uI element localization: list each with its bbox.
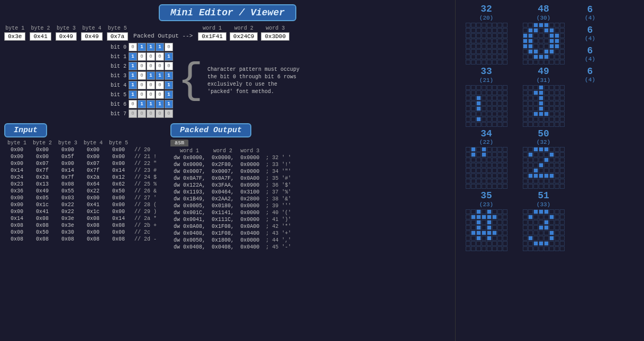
pixel-cell[interactable] xyxy=(492,168,497,173)
pixel-cell[interactable] xyxy=(503,117,507,122)
pixel-cell[interactable] xyxy=(523,28,528,33)
pixel-cell[interactable] xyxy=(503,96,507,100)
pixel-cell[interactable] xyxy=(482,158,486,162)
pixel-cell[interactable] xyxy=(492,44,497,49)
pixel-cell[interactable] xyxy=(533,23,538,27)
pixel-cell[interactable] xyxy=(471,231,476,235)
pixel-cell[interactable] xyxy=(555,225,559,230)
pixel-cell[interactable] xyxy=(466,33,470,38)
pixel-cell[interactable] xyxy=(533,90,538,95)
pixel-cell[interactable] xyxy=(476,179,481,183)
pixel-cell[interactable] xyxy=(476,168,481,173)
pixel-cell[interactable] xyxy=(533,85,538,90)
pixel-cell[interactable] xyxy=(503,246,507,251)
pixel-cell[interactable] xyxy=(471,184,476,189)
pixel-cell[interactable] xyxy=(544,168,549,173)
pixel-cell[interactable] xyxy=(533,209,538,214)
pixel-cell[interactable] xyxy=(497,241,502,246)
bit-cell[interactable]: 1 xyxy=(156,100,164,108)
pixel-cell[interactable] xyxy=(523,231,528,235)
pixel-cell[interactable] xyxy=(544,117,549,122)
pixel-cell[interactable] xyxy=(503,168,507,173)
pixel-cell[interactable] xyxy=(528,163,533,168)
pixel-cell[interactable] xyxy=(503,101,507,106)
pixel-cell[interactable] xyxy=(487,241,492,246)
pixel-cell[interactable] xyxy=(466,101,470,106)
bit-cell[interactable]: 1 xyxy=(147,100,155,108)
pixel-cell[interactable] xyxy=(523,241,528,246)
pixel-cell[interactable] xyxy=(549,90,554,95)
pixel-cell[interactable] xyxy=(533,220,538,225)
pixel-cell[interactable] xyxy=(555,158,559,162)
pixel-cell[interactable] xyxy=(539,231,543,235)
pixel-cell[interactable] xyxy=(560,241,565,246)
pixel-cell[interactable] xyxy=(539,106,543,111)
pixel-cell[interactable] xyxy=(560,184,565,189)
pixel-cell[interactable] xyxy=(482,225,486,230)
pixel-cell[interactable] xyxy=(487,106,492,111)
pixel-cell[interactable] xyxy=(482,152,486,157)
pixel-cell[interactable] xyxy=(549,23,554,27)
pixel-cell[interactable] xyxy=(555,209,559,214)
pixel-cell[interactable] xyxy=(497,147,502,152)
pixel-cell[interactable] xyxy=(549,220,554,225)
pixel-cell[interactable] xyxy=(503,236,507,241)
pixel-grid[interactable] xyxy=(523,209,565,251)
pixel-cell[interactable] xyxy=(560,54,565,59)
pixel-cell[interactable] xyxy=(487,236,492,241)
pixel-cell[interactable] xyxy=(471,117,476,122)
pixel-cell[interactable] xyxy=(555,147,559,152)
pixel-cell[interactable] xyxy=(523,90,528,95)
pixel-cell[interactable] xyxy=(528,158,533,162)
pixel-cell[interactable] xyxy=(523,33,528,38)
pixel-cell[interactable] xyxy=(503,152,507,157)
pixel-cell[interactable] xyxy=(492,106,497,111)
pixel-cell[interactable] xyxy=(539,215,543,219)
pixel-cell[interactable] xyxy=(471,152,476,157)
pixel-cell[interactable] xyxy=(476,241,481,246)
pixel-cell[interactable] xyxy=(523,225,528,230)
pixel-cell[interactable] xyxy=(471,122,476,127)
pixel-cell[interactable] xyxy=(539,90,543,95)
pixel-cell[interactable] xyxy=(549,241,554,246)
pixel-cell[interactable] xyxy=(476,225,481,230)
pixel-cell[interactable] xyxy=(482,106,486,111)
pixel-cell[interactable] xyxy=(471,60,476,64)
pixel-cell[interactable] xyxy=(503,241,507,246)
pixel-cell[interactable] xyxy=(560,152,565,157)
byte-value-4[interactable]: 0x49 xyxy=(81,32,102,41)
pixel-cell[interactable] xyxy=(497,60,502,64)
pixel-cell[interactable] xyxy=(549,49,554,54)
pixel-cell[interactable] xyxy=(539,54,543,59)
pixel-cell[interactable] xyxy=(549,60,554,64)
pixel-cell[interactable] xyxy=(492,96,497,100)
pixel-cell[interactable] xyxy=(560,220,565,225)
pixel-cell[interactable] xyxy=(497,117,502,122)
pixel-cell[interactable] xyxy=(503,54,507,59)
pixel-cell[interactable] xyxy=(503,49,507,54)
pixel-cell[interactable] xyxy=(471,106,476,111)
pixel-cell[interactable] xyxy=(560,117,565,122)
pixel-cell[interactable] xyxy=(492,28,497,33)
bit-cell[interactable]: 1 xyxy=(129,71,137,80)
pixel-cell[interactable] xyxy=(544,90,549,95)
pixel-cell[interactable] xyxy=(471,23,476,27)
pixel-cell[interactable] xyxy=(523,60,528,64)
pixel-cell[interactable] xyxy=(544,225,549,230)
bit-cell[interactable]: 1 xyxy=(129,81,137,89)
pixel-cell[interactable] xyxy=(560,101,565,106)
pixel-cell[interactable] xyxy=(476,54,481,59)
pixel-cell[interactable] xyxy=(539,49,543,54)
pixel-cell[interactable] xyxy=(539,184,543,189)
pixel-cell[interactable] xyxy=(544,44,549,49)
pixel-cell[interactable] xyxy=(497,49,502,54)
pixel-cell[interactable] xyxy=(523,54,528,59)
pixel-cell[interactable] xyxy=(539,44,543,49)
pixel-cell[interactable] xyxy=(555,54,559,59)
pixel-cell[interactable] xyxy=(482,49,486,54)
pixel-cell[interactable] xyxy=(560,215,565,219)
pixel-cell[interactable] xyxy=(528,106,533,111)
pixel-cell[interactable] xyxy=(497,39,502,43)
pixel-cell[interactable] xyxy=(533,106,538,111)
bit-cell[interactable]: 1 xyxy=(165,100,173,108)
